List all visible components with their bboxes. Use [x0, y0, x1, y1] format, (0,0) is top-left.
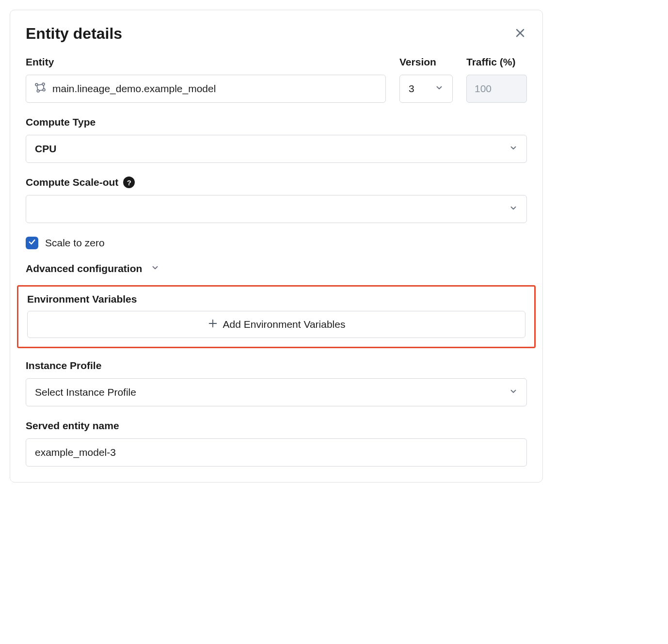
svg-line-9 — [44, 85, 44, 89]
svg-line-6 — [38, 84, 43, 85]
model-icon — [34, 81, 47, 97]
compute-scaleout-label-text: Compute Scale-out — [26, 177, 118, 188]
traffic-value: 100 — [475, 83, 492, 95]
chevron-down-icon — [151, 263, 159, 274]
chevron-down-icon — [509, 143, 518, 155]
panel-title: Entity details — [26, 25, 122, 43]
help-icon[interactable]: ? — [123, 177, 135, 188]
entity-label: Entity — [26, 56, 386, 68]
compute-type-value: CPU — [35, 143, 56, 155]
served-entity-name-label: Served entity name — [26, 420, 527, 432]
entity-value: main.lineage_demo.example_model — [52, 83, 216, 95]
compute-type-section: Compute Type CPU — [26, 116, 527, 163]
svg-point-4 — [37, 90, 39, 92]
add-env-vars-label: Add Environment Variables — [223, 319, 346, 330]
scale-to-zero-checkbox[interactable] — [26, 237, 38, 249]
version-label: Version — [399, 56, 453, 68]
compute-scaleout-label: Compute Scale-out ? — [26, 177, 527, 188]
compute-type-select[interactable]: CPU — [26, 135, 527, 163]
panel-header: Entity details — [26, 25, 527, 43]
close-icon — [514, 27, 526, 41]
version-field-group: Version 3 — [399, 56, 453, 103]
instance-profile-placeholder: Select Instance Profile — [35, 386, 136, 398]
version-value: 3 — [409, 83, 414, 95]
top-field-row: Entity main.lineage_demo.example_model — [26, 56, 527, 103]
svg-point-2 — [35, 83, 38, 86]
chevron-down-icon — [509, 386, 518, 398]
entity-field-group: Entity main.lineage_demo.example_model — [26, 56, 386, 103]
plus-icon — [207, 318, 218, 331]
entity-input[interactable]: main.lineage_demo.example_model — [26, 75, 386, 103]
version-select[interactable]: 3 — [399, 75, 453, 103]
traffic-input: 100 — [466, 75, 527, 103]
env-vars-label: Environment Variables — [27, 293, 525, 305]
close-button[interactable] — [513, 27, 527, 41]
served-entity-name-input[interactable] — [26, 438, 527, 467]
scale-to-zero-label: Scale to zero — [45, 237, 105, 249]
traffic-field-group: Traffic (%) 100 — [466, 56, 527, 103]
svg-point-5 — [43, 88, 45, 91]
instance-profile-label: Instance Profile — [26, 360, 527, 371]
chevron-down-icon — [435, 83, 444, 95]
compute-scaleout-select[interactable] — [26, 195, 527, 223]
compute-type-label: Compute Type — [26, 116, 527, 128]
entity-details-panel: Entity details Entity — [10, 10, 543, 483]
chevron-down-icon — [509, 203, 518, 215]
instance-profile-select[interactable]: Select Instance Profile — [26, 378, 527, 406]
served-entity-name-section: Served entity name — [26, 420, 527, 467]
advanced-config-toggle[interactable]: Advanced configuration — [26, 263, 527, 274]
svg-line-7 — [37, 85, 38, 90]
scale-to-zero-row: Scale to zero — [26, 237, 527, 249]
env-vars-highlighted-section: Environment Variables Add Environment Va… — [17, 285, 536, 348]
add-env-vars-button[interactable]: Add Environment Variables — [27, 311, 525, 338]
traffic-label: Traffic (%) — [466, 56, 527, 68]
instance-profile-section: Instance Profile Select Instance Profile — [26, 360, 527, 406]
compute-scaleout-section: Compute Scale-out ? — [26, 177, 527, 223]
check-icon — [28, 238, 36, 248]
svg-point-3 — [42, 83, 45, 85]
advanced-config-label: Advanced configuration — [26, 263, 142, 274]
svg-line-8 — [39, 90, 43, 90]
